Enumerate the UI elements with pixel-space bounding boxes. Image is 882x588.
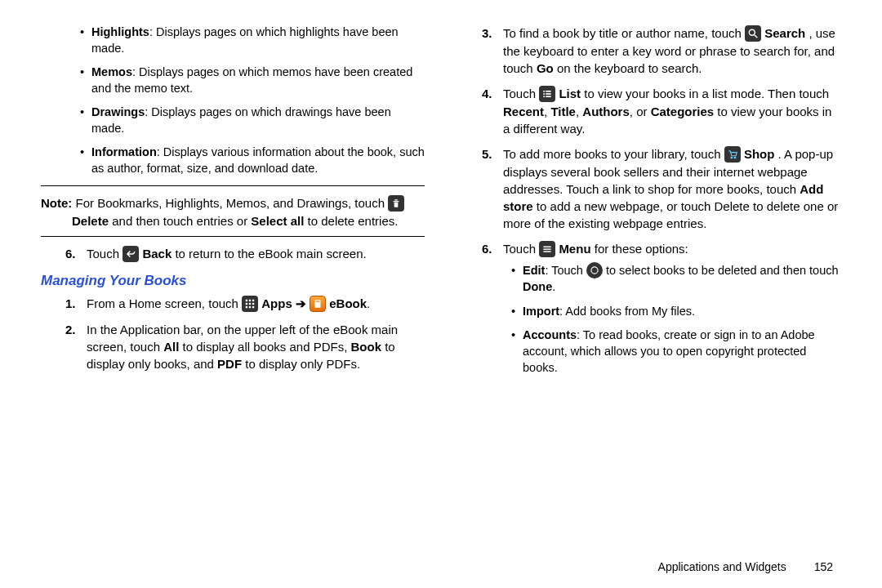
svg-rect-14 [546,91,550,92]
page-body: Highlights: Displays pages on which high… [0,0,882,555]
list-item: Edit: Touch to select books to be delete… [511,263,841,296]
svg-rect-7 [249,306,251,308]
svg-rect-8 [252,306,254,308]
svg-rect-6 [246,306,247,308]
footer-section: Applications and Widgets [658,560,786,573]
svg-rect-15 [544,93,546,95]
step-item: 3. To find a book by title or author nam… [482,24,841,77]
search-icon [745,25,761,42]
divider [41,185,425,186]
shop-cart-icon [724,146,741,163]
svg-point-11 [749,29,755,35]
svg-rect-3 [246,303,247,305]
list-item: Memos: Displays pages on which memos hav… [80,65,425,96]
ebook-icon [310,296,326,312]
note-block: Note: For Bookmarks, Highlights, Memos, … [41,194,425,229]
svg-rect-1 [249,300,251,301]
svg-rect-4 [249,303,251,305]
select-circle-icon [586,262,603,278]
svg-rect-0 [246,300,247,301]
feature-bullet-list: Highlights: Displays pages on which high… [41,24,425,177]
managing-step-list: 1. From a Home screen, touch Apps ➔ eBoo… [41,295,425,372]
right-column: 3. To find a book by title or author nam… [457,24,841,555]
svg-rect-18 [546,96,550,97]
page-footer: Applications and Widgets 152 [658,560,833,573]
list-item: Information: Displays various informatio… [80,145,425,176]
svg-rect-13 [544,91,546,92]
list-item: Accounts: To read books, create or sign … [511,327,841,376]
list-item: Highlights: Displays pages on which high… [80,24,425,56]
svg-rect-5 [252,303,254,305]
step-item: 2. In the Application bar, on the upper … [65,321,425,372]
svg-rect-10 [316,301,320,302]
footer-page-number: 152 [814,560,833,573]
list-item: Drawings: Displays pages on which drawin… [80,105,425,136]
svg-rect-16 [546,93,550,95]
svg-rect-21 [544,247,551,247]
apps-icon [242,296,258,312]
svg-point-19 [731,157,733,158]
list-item: Import: Add books from My files. [511,304,841,320]
menu-icon [539,241,555,257]
managing-step-list-cont: 3. To find a book by title or author nam… [457,24,841,376]
step-item: 6. Touch Menu for these options: Edit: T… [482,240,841,376]
svg-rect-17 [544,96,546,97]
svg-line-12 [755,35,758,38]
step-list: 6. Touch Back to return to the eBook mai… [41,245,425,263]
step-item: 4. Touch List to view your books in a li… [482,85,841,137]
step-item: 5. To add more books to your library, to… [482,145,841,232]
divider [41,236,425,237]
trash-icon [388,195,404,212]
svg-rect-2 [252,300,254,301]
step-item: 6. Touch Back to return to the eBook mai… [65,245,425,263]
svg-rect-23 [544,251,551,252]
svg-rect-22 [544,249,551,250]
step-item: 1. From a Home screen, touch Apps ➔ eBoo… [65,295,425,313]
menu-options-list: Edit: Touch to select books to be delete… [503,263,841,376]
svg-point-24 [591,267,598,274]
svg-point-20 [734,157,736,158]
back-icon [122,246,139,262]
list-icon [539,86,555,102]
left-column: Highlights: Displays pages on which high… [41,24,425,555]
note-label: Note: [41,196,72,210]
section-heading: Managing Your Books [41,271,425,291]
